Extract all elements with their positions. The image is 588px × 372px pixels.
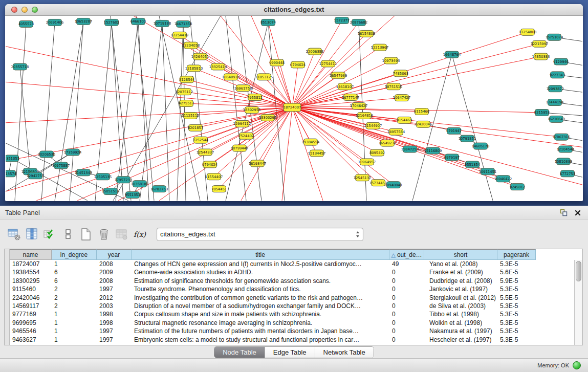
graph-node[interactable]: 11853125 xyxy=(255,74,273,80)
vertical-scrollbar[interactable] xyxy=(574,260,582,345)
graph-node[interactable]: 9154469 xyxy=(397,117,412,123)
graph-node[interactable]: 8128544 xyxy=(179,76,194,83)
table-cell[interactable]: 5.5E-5 xyxy=(497,294,536,302)
table-cell[interactable]: 5.3E-5 xyxy=(497,302,536,310)
function-builder-icon[interactable]: f(x) xyxy=(132,227,148,242)
table-cell[interactable]: 1998 xyxy=(97,319,132,327)
graph-node[interactable]: 12104544 xyxy=(557,146,575,152)
graph-node[interactable]: 12544337 xyxy=(197,149,214,156)
graph-node[interactable]: 10810333 xyxy=(555,158,573,165)
graph-node[interactable]: 22420046 xyxy=(415,121,432,127)
table-cell[interactable]: Estimation of the future numbers of pati… xyxy=(132,327,389,335)
graph-node[interactable]: 11451343 xyxy=(75,169,93,176)
graph-node[interactable]: 7955812 xyxy=(247,94,263,101)
graph-node[interactable]: 6466100 xyxy=(130,18,146,25)
table-cell[interactable]: 0 xyxy=(389,310,424,318)
network-canvas[interactable]: 1872400712254419122040581426405112185810… xyxy=(6,16,582,201)
graph-node[interactable]: 11125112 xyxy=(182,112,200,119)
table-cell[interactable]: 0 xyxy=(389,327,424,335)
table-cell[interactable]: 5.3E-5 xyxy=(497,319,536,327)
table-cell[interactable]: Estimation of significance thresholds fo… xyxy=(132,277,389,285)
table-cell[interactable]: Changes of HCN gene expression and I(f) … xyxy=(132,260,389,268)
minimize-window-icon[interactable] xyxy=(21,7,28,13)
table-cell[interactable]: Disruption of a novel member of a sodium… xyxy=(132,302,389,310)
column-header[interactable]: name xyxy=(10,249,52,260)
graph-node[interactable]: 15116809 xyxy=(424,147,442,154)
table-cell[interactable]: 5.9E-5 xyxy=(497,277,536,285)
table-row[interactable]: 1456911722003Disruption of a novel membe… xyxy=(10,302,574,310)
table-row[interactable]: 1938455462009Genome-wide association stu… xyxy=(10,268,574,276)
graph-node[interactable]: 12204058 xyxy=(182,42,200,49)
float-panel-icon[interactable] xyxy=(558,208,569,217)
graph-node[interactable]: 16154808 xyxy=(358,30,376,37)
select-rows-icon[interactable] xyxy=(42,227,58,242)
graph-node[interactable]: 10973493 xyxy=(382,57,400,64)
graph-node[interactable]: 18300295 xyxy=(259,114,277,121)
graph-node[interactable]: 9990448 xyxy=(269,59,285,66)
graph-node-hub[interactable]: 18724007 xyxy=(284,103,301,112)
tab-network-table[interactable]: Network Table xyxy=(315,347,374,358)
table-cell[interactable]: 9699695 xyxy=(10,319,52,327)
table-row[interactable]: 2242004622012Investigating the contribut… xyxy=(10,294,574,302)
graph-node[interactable]: 12254419 xyxy=(171,32,189,38)
graph-node[interactable]: 11554407 xyxy=(205,173,223,180)
table-cell[interactable]: 9463627 xyxy=(10,336,52,344)
graph-node[interactable]: 9227343 xyxy=(550,72,565,78)
graph-node[interactable]: 9551351 xyxy=(125,192,140,199)
table-cell[interactable]: 2008 xyxy=(97,277,132,285)
table-row[interactable]: 1872400712008Changes of HCN gene express… xyxy=(10,260,574,268)
table-cell[interactable]: 2009 xyxy=(97,268,132,276)
graph-node[interactable]: 5572377 xyxy=(334,17,350,24)
graph-node[interactable]: 10799447 xyxy=(231,145,249,151)
graph-node[interactable]: 16648794 xyxy=(443,51,461,58)
table-cell[interactable]: 2003 xyxy=(97,302,132,310)
graph-node[interactable]: 17046427 xyxy=(350,103,368,110)
graph-node[interactable]: 15051513 xyxy=(102,188,120,195)
table-cell[interactable]: Corpus callosum shape and size in male p… xyxy=(132,310,389,318)
table-settings-icon[interactable] xyxy=(6,227,23,242)
table-cell[interactable]: Yano et al. (2008) xyxy=(424,260,497,268)
table-cell[interactable]: 0 xyxy=(389,302,424,310)
table-cell[interactable]: 5.3E-5 xyxy=(497,310,536,318)
table-cell[interactable]: 5.3E-5 xyxy=(497,260,536,268)
table-row[interactable]: 977716911998Corpus callosum shape and si… xyxy=(10,310,574,318)
zoom-window-icon[interactable] xyxy=(32,7,38,13)
graph-node[interactable]: 12545137 xyxy=(354,174,372,181)
graph-node[interactable]: 8979197 xyxy=(444,154,460,161)
graph-node[interactable]: 10647427 xyxy=(393,95,411,101)
graph-node[interactable]: 18751515 xyxy=(385,83,403,90)
graph-node[interactable]: 14264051 xyxy=(191,53,209,60)
graph-node[interactable]: 12754411 xyxy=(319,60,337,67)
graph-node[interactable]: 14618107 xyxy=(336,83,354,90)
column-header[interactable]: title xyxy=(132,249,389,260)
clear-selection-icon[interactable] xyxy=(60,227,76,242)
table-cell[interactable]: Tourette syndrome. Phenomenology and cla… xyxy=(132,285,389,293)
table-cell[interactable]: Jankovic et al. (1997) xyxy=(424,285,497,293)
graph-node[interactable]: 8351051 xyxy=(6,155,19,162)
table-row[interactable]: 1830029562008Estimation of significance … xyxy=(10,277,574,285)
graph-node[interactable]: 10975887 xyxy=(52,162,70,169)
graph-node[interactable]: 7524402 xyxy=(238,133,254,139)
graph-node[interactable]: 12164816 xyxy=(356,112,374,119)
table-cell[interactable]: 2 xyxy=(52,285,97,293)
graph-node[interactable]: 12213967 xyxy=(371,44,389,51)
graph-node[interactable]: 9129946 xyxy=(553,58,569,65)
graph-node[interactable]: 16961758 xyxy=(234,85,252,92)
graph-node[interactable]: 18302955 xyxy=(243,107,261,114)
graph-node[interactable]: 15847253 xyxy=(401,146,419,152)
graph-node[interactable]: 16777147 xyxy=(342,94,360,101)
graph-node[interactable]: 17359924 xyxy=(64,149,82,156)
graph-node[interactable]: 6794024 xyxy=(290,61,306,68)
graph-node[interactable]: 16946422 xyxy=(494,176,512,182)
graph-node[interactable]: 12942757 xyxy=(27,172,45,179)
graph-node[interactable]: 8095492 xyxy=(369,149,385,156)
table-cell[interactable]: 6 xyxy=(52,277,97,285)
table-cell[interactable]: Tibbo et al. (1998) xyxy=(424,310,497,318)
graph-node[interactable]: 16547939 xyxy=(330,72,347,79)
table-cell[interactable]: 9465546 xyxy=(10,327,52,335)
graph-node[interactable]: 12215997 xyxy=(531,40,549,47)
table-cell[interactable]: 5.3E-5 xyxy=(497,285,536,293)
memory-status-icon[interactable] xyxy=(573,361,581,369)
table-cell[interactable]: de Silva et al. (2003) xyxy=(424,302,497,310)
table-cell[interactable]: 2 xyxy=(52,294,97,302)
